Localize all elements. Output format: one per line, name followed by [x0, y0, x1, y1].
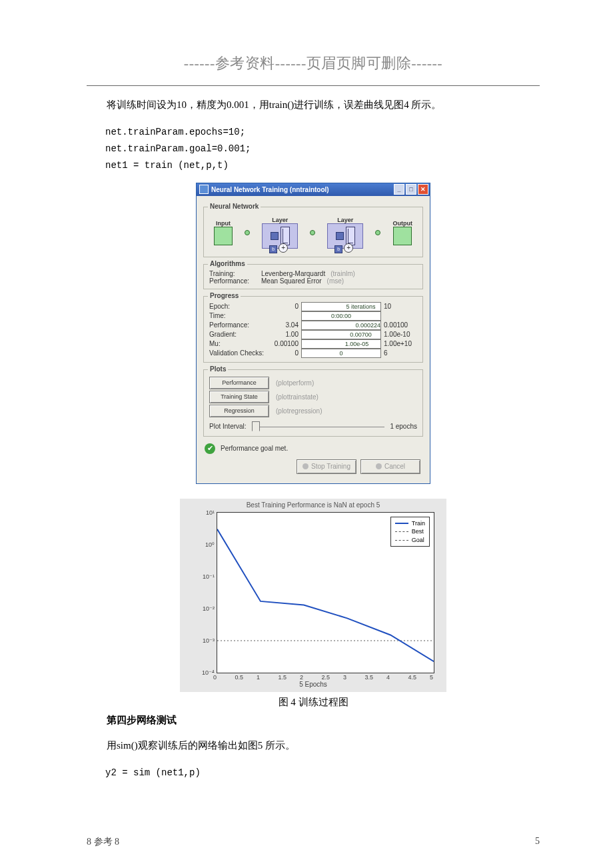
x-tick: 3.5: [365, 674, 374, 681]
x-tick: 2.5: [322, 674, 330, 681]
plot-interval-slider[interactable]: [252, 421, 385, 432]
group-progress: Progress Epoch:05 iterations10Time:0:00:…: [203, 296, 423, 363]
app-icon: [199, 185, 209, 194]
x-axis-label: 5 Epochs: [180, 681, 446, 688]
label-layer-1: Layer: [272, 217, 288, 223]
group-algorithms: Algorithms Training: Levenberg-Marquardt…: [203, 264, 423, 289]
x-tick: 4.5: [408, 674, 417, 681]
progress-label: Performance:: [209, 321, 271, 329]
label-input: Input: [216, 220, 231, 227]
progress-row: Gradient:1.000.007001.00e-10: [209, 330, 417, 339]
x-tick: 2: [300, 674, 303, 681]
progress-label: Mu:: [209, 340, 271, 347]
footer-left: 8 参考 8: [87, 836, 119, 848]
progress-row: Time:0:00:00: [209, 311, 417, 321]
group-legend-algorithms: Algorithms: [208, 260, 247, 267]
minimize-button[interactable]: _: [394, 184, 404, 195]
section-heading: 第四步网络测试: [87, 714, 540, 727]
y-tick: 10⁻¹: [203, 573, 215, 580]
progress-bar: 1.00e-05: [301, 339, 381, 349]
progress-end: 1.00e+10: [384, 340, 417, 347]
plot-interval-value: 1 epochs: [390, 423, 417, 430]
performance-plot: Best Training Performance is NaN at epoc…: [180, 499, 446, 692]
algo-training-label: Training:: [209, 270, 256, 277]
plot-button[interactable]: Training State: [209, 391, 269, 403]
algo-performance-value: Mean Squared Error: [261, 277, 322, 285]
algo-performance-label: Performance:: [209, 277, 256, 285]
algo-training-func: (trainlm): [330, 270, 355, 277]
plot-interval-label: Plot Interval:: [209, 423, 247, 430]
slider-thumb[interactable]: [252, 421, 260, 431]
progress-bar: 0: [301, 349, 381, 358]
x-tick: 4: [386, 674, 390, 681]
divider: [87, 85, 540, 86]
title-bar[interactable]: Neural Network Training (nntraintool) _ …: [197, 183, 430, 196]
stop-training-label: Stop Training: [311, 463, 350, 470]
code-line-sim: y2 = sim (net1,p): [87, 765, 540, 781]
network-diagram: Input Layer b+ L: [209, 213, 417, 253]
progress-start: 0: [273, 349, 299, 357]
figure-caption: 图 4 训练过程图: [279, 696, 348, 709]
stop-icon: [303, 463, 308, 469]
footer-right: 5: [535, 836, 540, 848]
connector-dot: [310, 230, 315, 235]
progress-label: Time:: [209, 312, 271, 319]
x-tick: 1.5: [279, 674, 287, 681]
y-tick: 10⁰: [205, 541, 215, 548]
connector-dot: [375, 230, 380, 235]
progress-start: 0.00100: [273, 340, 299, 347]
group-legend-network: Neural Network: [208, 203, 261, 210]
progress-end: 10: [384, 303, 417, 310]
layer-box-1: b+: [262, 223, 298, 249]
y-tick: 10¹: [206, 509, 215, 516]
y-tick: 10⁻²: [203, 605, 215, 612]
intro-paragraph: 将训练时间设为10，精度为0.001，用train()进行训练，误差曲线见图4 …: [87, 96, 540, 114]
progress-row: Performance:3.040.0002240.00100: [209, 321, 417, 330]
header-banner: ------参考资料------页眉页脚可删除------: [87, 53, 540, 73]
section-body: 用sim()观察训练后的网络输出如图5 所示。: [87, 737, 540, 755]
progress-bar: 0.00700: [301, 330, 381, 339]
group-legend-progress: Progress: [208, 292, 241, 299]
progress-bar: 0:00:00: [301, 311, 381, 321]
y-tick: 10⁻³: [203, 637, 215, 644]
code-line-1: net.trainParam.epochs=10;: [87, 124, 540, 141]
plot-button[interactable]: Regression: [209, 405, 269, 417]
progress-row: Validation Checks:006: [209, 349, 417, 358]
label-output: Output: [392, 220, 412, 227]
stop-training-button[interactable]: Stop Training: [297, 459, 356, 474]
progress-label: Epoch:: [209, 303, 271, 310]
input-node: [214, 227, 233, 245]
progress-start: 1.00: [273, 331, 299, 338]
progress-end: 0.00100: [384, 321, 417, 329]
x-tick: 0: [213, 674, 217, 681]
cancel-button[interactable]: Cancel: [360, 459, 420, 474]
plot-title: Best Training Performance is NaN at epoc…: [180, 501, 446, 509]
output-node: [393, 227, 412, 245]
progress-label: Gradient:: [209, 331, 271, 338]
plot-func-hint: (plotperform): [276, 379, 314, 387]
x-tick: 5: [430, 674, 433, 681]
plot-axes: 10⁻⁴10⁻³10⁻²10⁻¹10⁰10¹ 00.511.522.533.54…: [217, 512, 434, 673]
cancel-icon: [376, 463, 382, 469]
status-message: Performance goal met.: [221, 445, 288, 452]
window-title: Neural Network Training (nntraintool): [211, 186, 329, 193]
code-line-3: net1 = train (net,p,t): [87, 157, 540, 174]
group-legend-plots: Plots: [208, 365, 228, 373]
progress-row: Epoch:05 iterations10: [209, 302, 417, 311]
label-layer-2: Layer: [337, 217, 353, 223]
check-icon: ✔: [205, 443, 215, 454]
plot-func-hint: (plottrainstate): [276, 393, 318, 401]
layer-box-2: b+: [327, 223, 363, 249]
code-line-2: net.trainParam.goal=0.001;: [87, 141, 540, 157]
progress-row: Mu:0.001001.00e-051.00e+10: [209, 339, 417, 349]
legend-train: Train: [412, 519, 425, 528]
plot-button[interactable]: Performance: [209, 377, 269, 389]
plot-func-hint: (plotregression): [276, 407, 322, 415]
x-tick: 0.5: [235, 674, 244, 681]
legend-goal: Goal: [412, 536, 424, 545]
maximize-button[interactable]: □: [406, 184, 416, 195]
close-button[interactable]: ✕: [418, 184, 428, 195]
group-plots: Plots Performance(plotperform)Training S…: [203, 369, 423, 437]
plot-legend: Train Best Goal: [390, 517, 430, 547]
x-tick: 3: [343, 674, 346, 681]
